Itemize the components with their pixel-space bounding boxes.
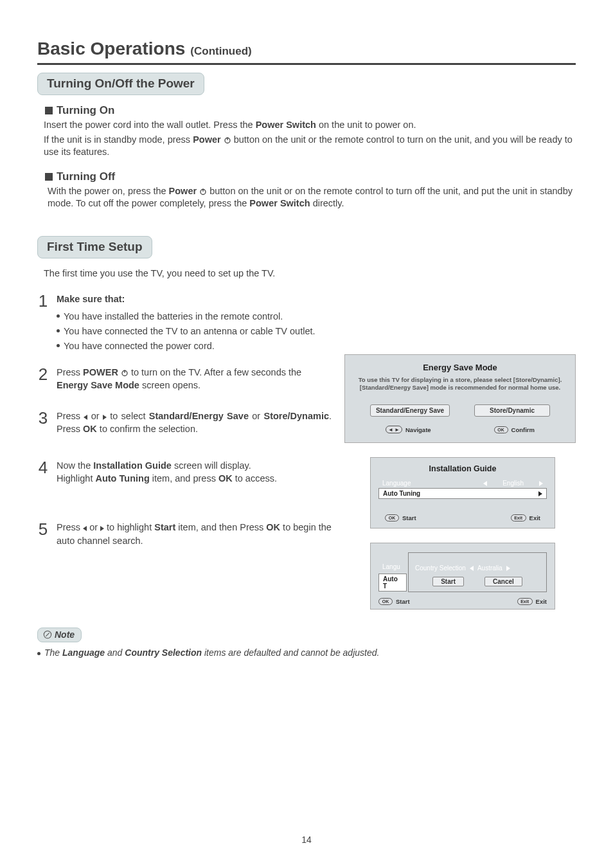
text: on the unit to power on. [316, 120, 416, 130]
row-label: Auto Tuning [383, 490, 538, 497]
right-arrow-icon [100, 526, 104, 531]
text: items are defaulted and cannot be adjust… [202, 647, 379, 658]
note-icon [43, 630, 52, 639]
text: Now the [57, 460, 93, 471]
text-bold: OK [266, 522, 280, 532]
text-bold: POWER [83, 367, 118, 377]
osd-row-language-trunc: Langu [382, 563, 400, 570]
text: Confirm [511, 426, 535, 433]
setup-intro: The first time you use the TV, you need … [44, 267, 576, 280]
dot-icon [57, 344, 60, 347]
page-number: 14 [0, 835, 613, 845]
left-arrow-icon [470, 566, 474, 571]
text: and [105, 647, 125, 658]
osd-store-button[interactable]: Store/Dynamic [474, 404, 550, 417]
left-arrow-icon [483, 481, 487, 486]
right-arrow-icon [539, 481, 543, 486]
osd-start-button[interactable]: Start [432, 577, 464, 586]
step-number: 1 [37, 293, 49, 352]
row-value: English [502, 480, 524, 487]
text: or [249, 411, 264, 421]
text: If the unit is in standby mode, press [44, 134, 193, 145]
text-bold: Country Selection [125, 647, 202, 658]
osd-country-row[interactable]: Country Selection Australia [415, 565, 510, 572]
osd-hint-confirm: OK Confirm [494, 426, 535, 433]
row-label: Country Selection [415, 565, 466, 572]
text: Press [57, 367, 83, 377]
text: Start [396, 598, 410, 605]
text: Insert the power cord into the wall outl… [44, 120, 256, 130]
step-4: 4 Now the Installation Guide screen will… [37, 459, 332, 485]
left-arrow-icon [84, 415, 87, 420]
text-bold: Store/Dynamic [263, 411, 329, 421]
turning-on-head: Turning On [45, 104, 576, 117]
text-bold: Power [169, 186, 197, 196]
section-power-pill: Turning On/Off the Power [37, 73, 204, 95]
list-item: You have installed the batteries in the … [57, 310, 576, 323]
exit-icon: Exit [511, 514, 526, 521]
text-bold: Power Switch [256, 120, 316, 130]
list-item: You have connected the TV to an antenna … [57, 325, 576, 338]
ok-icon: OK [378, 598, 393, 605]
text-bold: Standard/Energy Save [149, 411, 249, 421]
page-title: Basic Operations [37, 39, 185, 59]
text: screen opens. [139, 380, 200, 390]
turning-off-title: Turning Off [57, 170, 115, 183]
bullet-text: You have installed the batteries in the … [64, 310, 283, 323]
bullet-square-icon [45, 173, 53, 181]
text: Exit [529, 514, 540, 521]
turning-on-title: Turning On [57, 104, 114, 117]
osd-hint-navigate: ◄ ► Navigate [386, 426, 431, 433]
osd-row-language[interactable]: Language English [378, 478, 547, 488]
row-label: Language [382, 480, 483, 487]
osd-desc: To use this TV for displaying in a store… [354, 376, 566, 392]
bullet-text: You have connected the TV to an antenna … [64, 325, 315, 338]
text: With the power on, press the [48, 186, 169, 196]
step1-head: Make sure that: [57, 294, 125, 304]
right-arrow-icon [103, 415, 107, 420]
page-subtitle: (Continued) [190, 45, 251, 58]
text-bold: OK [83, 424, 97, 434]
text: Highlight [57, 473, 95, 484]
osd-cancel-button[interactable]: Cancel [484, 577, 522, 586]
turning-off-p1: With the power on, press the Power butto… [48, 185, 576, 210]
list-item: You have connected the power cord. [57, 339, 576, 352]
power-icon [224, 136, 231, 144]
step-number: 5 [37, 521, 49, 547]
text: Press [57, 522, 83, 532]
turning-on-p2: If the unit is in standby mode, press Po… [44, 134, 576, 159]
row-value: Australia [477, 565, 502, 572]
turning-on-p1: Insert the power cord into the wall outl… [44, 119, 576, 132]
osd-standard-button[interactable]: Standard/Energy Save [370, 404, 450, 417]
osd-row-auto-trunc: Auto T [378, 574, 407, 592]
ok-icon: OK [494, 426, 508, 433]
step-2: 2 Press POWER to turn on the TV. After a… [37, 366, 332, 392]
step-3: 3 Press or to select Standard/Energy Sav… [37, 410, 332, 436]
right-arrow-icon [506, 566, 510, 571]
text-bold: Installation Guide [93, 460, 172, 471]
text: Start [402, 514, 416, 521]
text: or [91, 411, 103, 421]
power-icon [199, 188, 207, 195]
dot-icon [57, 314, 60, 318]
text: screen will display. [172, 460, 251, 471]
text: to select [110, 411, 149, 421]
osd-row-auto-tuning[interactable]: Auto Tuning [378, 488, 547, 499]
text-bold: Start [154, 522, 175, 532]
text: [Standard/Energy Save] mode is recommend… [360, 384, 561, 391]
text: to turn on the TV. After a few seconds t… [131, 367, 301, 377]
step-1: 1 Make sure that: You have installed the… [37, 293, 576, 352]
step-number: 4 [37, 459, 49, 485]
bullet-text: You have connected the power cord. [64, 339, 215, 352]
osd-title: Energy Save Mode [354, 363, 566, 372]
text: or [89, 522, 100, 532]
osd-installation-guide: Installation Guide Language English Auto… [370, 457, 555, 529]
text: directly. [310, 198, 344, 208]
step-number: 3 [37, 410, 49, 436]
text-bold: Power [193, 134, 221, 145]
step1-bullets: You have installed the batteries in the … [57, 310, 576, 353]
osd-hint-start: OK Start [385, 514, 416, 521]
note-text: The Language and Country Selection items… [37, 647, 576, 658]
text: to confirm the selection. [97, 424, 198, 434]
left-arrow-icon [83, 526, 87, 531]
